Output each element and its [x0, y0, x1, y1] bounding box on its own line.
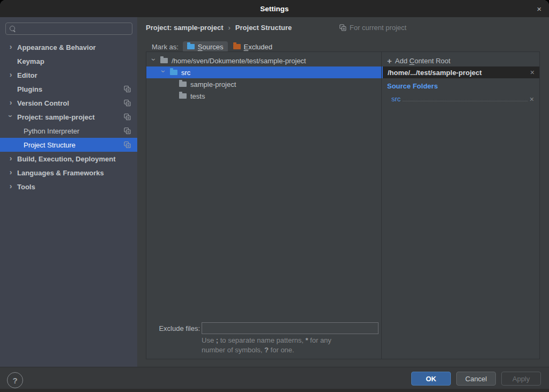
chevron-right-icon	[8, 182, 14, 190]
project-settings-icon	[124, 100, 131, 107]
dialog-buttons: OK Cancel Apply	[411, 372, 541, 386]
dotted-leader	[403, 101, 527, 101]
structure-panels: /home/sven/Dokumente/test/sample-project…	[146, 51, 540, 359]
exclude-hint-line2: number of symbols, ? for one.	[202, 346, 294, 354]
apply-button: Apply	[501, 372, 541, 386]
search-icon	[10, 26, 16, 32]
chevron-down-icon	[7, 113, 14, 119]
settings-sidebar: Appearance & Behavior Keymap Editor Plug…	[0, 17, 137, 367]
scope-label: For current project	[350, 24, 406, 32]
add-content-root-button[interactable]: + Add Content Root	[387, 55, 450, 66]
breadcrumb: Project: sample-project › Project Struct…	[146, 21, 292, 33]
sidebar-item-keymap[interactable]: Keymap	[0, 54, 137, 68]
breadcrumb-project[interactable]: Project: sample-project	[146, 24, 224, 32]
settings-content: Project: sample-project › Project Struct…	[137, 17, 549, 367]
source-folder-name[interactable]: src	[391, 95, 402, 103]
source-folder-row[interactable]: src ×	[391, 93, 534, 103]
excluded-folder-icon	[233, 44, 241, 49]
sidebar-item-python-interpreter[interactable]: Python Interpreter	[0, 124, 137, 138]
remove-content-root-icon[interactable]: ×	[530, 69, 535, 76]
sidebar-item-editor[interactable]: Editor	[0, 68, 137, 82]
chevron-down-icon[interactable]	[160, 68, 167, 75]
chevron-right-icon	[8, 154, 14, 162]
dialog-footer: ? OK Cancel Apply	[0, 367, 549, 392]
ok-button[interactable]: OK	[411, 372, 451, 386]
folder-icon	[160, 58, 168, 63]
settings-menu: Appearance & Behavior Keymap Editor Plug…	[0, 40, 137, 194]
exclude-files-input[interactable]	[202, 322, 379, 334]
sidebar-item-build-execution-deployment[interactable]: Build, Execution, Deployment	[0, 152, 137, 166]
project-settings-icon	[339, 24, 346, 31]
sidebar-item-tools[interactable]: Tools	[0, 180, 137, 194]
plus-icon: +	[387, 57, 392, 65]
sidebar-item-project[interactable]: Project: sample-project	[0, 110, 137, 124]
sidebar-item-plugins[interactable]: Plugins	[0, 82, 137, 96]
exclude-files-label: Exclude files:	[152, 324, 200, 332]
exclude-hint-line1: Use ; to separate name patterns, * for a…	[202, 336, 331, 344]
close-icon[interactable]: ×	[535, 0, 544, 17]
source-folders-title: Source Folders	[387, 82, 438, 90]
chevron-down-icon[interactable]	[150, 56, 158, 63]
mark-sources-button[interactable]: Sources	[183, 41, 228, 53]
sidebar-item-languages-frameworks[interactable]: Languages & Frameworks	[0, 166, 137, 180]
chevron-right-icon	[8, 168, 14, 176]
chevron-right-icon	[8, 71, 14, 78]
project-settings-icon	[124, 86, 131, 93]
content-root-tree: /home/sven/Dokumente/test/sample-project…	[146, 52, 381, 359]
chevron-right-icon	[8, 99, 14, 106]
question-mark-icon: ?	[12, 376, 17, 385]
mark-as-label: Mark as:	[152, 43, 179, 51]
folder-icon	[179, 93, 187, 99]
mark-excluded-button[interactable]: Excluded	[229, 41, 277, 53]
remove-source-folder-icon[interactable]: ×	[530, 95, 534, 103]
breadcrumb-page: Project Structure	[235, 24, 292, 32]
sidebar-item-version-control[interactable]: Version Control	[0, 96, 137, 110]
dialog-title: Settings	[260, 5, 288, 13]
settings-dialog: Settings × Appearance & Behavior Keymap …	[0, 0, 549, 392]
content-root-details: + Add Content Root /home/.../test/sample…	[381, 52, 539, 359]
tree-row-root[interactable]: /home/sven/Dokumente/test/sample-project	[146, 55, 381, 66]
content-root-header[interactable]: /home/.../test/sample-project ×	[382, 66, 539, 78]
content-root-path: /home/.../test/sample-project	[388, 69, 530, 77]
sidebar-item-project-structure[interactable]: Project Structure	[0, 138, 137, 152]
cancel-button[interactable]: Cancel	[456, 372, 496, 386]
source-folder-icon	[170, 70, 177, 75]
project-settings-icon	[124, 114, 131, 121]
project-settings-icon	[124, 128, 131, 135]
folder-icon	[179, 82, 187, 87]
chevron-right-icon	[8, 43, 14, 50]
tree-row-src[interactable]: src	[146, 66, 381, 78]
breadcrumb-separator-icon: ›	[228, 24, 231, 32]
tree-row-tests[interactable]: tests	[146, 90, 381, 102]
scope-indicator: For current project	[339, 21, 406, 33]
project-settings-icon	[124, 142, 131, 149]
settings-search-input[interactable]	[5, 23, 132, 35]
title-bar: Settings ×	[0, 0, 549, 17]
tree-row-sample-project[interactable]: sample-project	[146, 78, 381, 90]
help-button[interactable]: ?	[7, 372, 23, 388]
sidebar-item-appearance-behavior[interactable]: Appearance & Behavior	[0, 40, 137, 54]
sources-folder-icon	[187, 44, 195, 49]
